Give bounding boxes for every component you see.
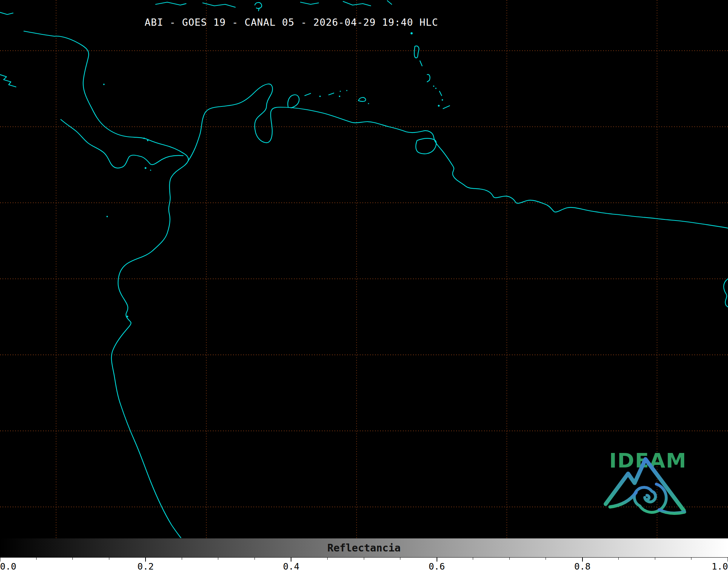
island-dot bbox=[340, 91, 341, 92]
image-title: ABI - GOES 19 - CANAL 05 - 2026-04-29 19… bbox=[144, 17, 438, 28]
colorbar-minor-tick bbox=[218, 558, 218, 560]
coast-fragment-top bbox=[387, 1, 392, 4]
colorbar-minor-tick bbox=[691, 558, 691, 560]
island-dot bbox=[368, 103, 369, 104]
island-antilles-1 bbox=[414, 46, 419, 58]
island-dot bbox=[150, 169, 151, 171]
coastline-paraguana bbox=[288, 95, 299, 108]
colorbar-axis: 0.00.20.40.60.81.0 bbox=[0, 558, 728, 571]
island-dot bbox=[147, 140, 148, 141]
coast-fragment-right-edge bbox=[724, 279, 728, 307]
coast-fragment-left-edge bbox=[0, 75, 16, 87]
coast-fragment-topleft bbox=[0, 12, 13, 14]
colorbar-minor-tick bbox=[72, 558, 73, 560]
coast-fragment-top bbox=[300, 2, 319, 4]
logo-base-right bbox=[659, 510, 685, 513]
island-bonaire bbox=[329, 93, 334, 95]
colorbar-tick-label: 1.0 bbox=[712, 561, 728, 571]
island-antilles-2 bbox=[420, 61, 422, 66]
colorbar-tick-label: 0.6 bbox=[429, 561, 445, 571]
colorbar-tick-label: 0.0 bbox=[0, 561, 16, 571]
island-dot bbox=[438, 105, 440, 107]
colorbar-minor-tick bbox=[400, 558, 400, 560]
coast-fragment-top bbox=[156, 2, 186, 5]
island-dot bbox=[143, 138, 145, 139]
island-tobago bbox=[443, 106, 450, 109]
satellite-image-figure: ABI - GOES 19 - CANAL 05 - 2026-04-29 19… bbox=[0, 0, 728, 571]
colorbar-minor-tick bbox=[618, 558, 619, 560]
colorbar-minor-tick bbox=[36, 558, 37, 560]
colorbar-minor-tick bbox=[364, 558, 364, 560]
colorbar-minor-tick bbox=[509, 558, 510, 560]
colorbar-tick-label: 0.8 bbox=[574, 561, 590, 571]
colorbar-tick-label: 0.2 bbox=[138, 561, 154, 571]
colorbar-minor-tick bbox=[327, 558, 328, 560]
ideam-logo: IDEAM bbox=[599, 453, 697, 537]
coast-fragment-top bbox=[203, 3, 235, 7]
island-dot bbox=[103, 84, 105, 85]
colorbar-label: Reflectancia bbox=[327, 542, 400, 554]
map-area: ABI - GOES 19 - CANAL 05 - 2026-04-29 19… bbox=[0, 0, 728, 538]
island-margarita bbox=[358, 97, 366, 101]
coast-fragment-top bbox=[343, 1, 371, 6]
island-dot bbox=[435, 88, 437, 89]
island-trinidad bbox=[416, 138, 436, 154]
island-dot bbox=[106, 216, 108, 217]
colorbar-minor-tick bbox=[254, 558, 255, 560]
colorbar-tick-label: 0.4 bbox=[283, 561, 299, 571]
colorbar-minor-tick bbox=[182, 558, 182, 560]
logo-swirl bbox=[634, 484, 666, 512]
coastline-caribbean-south-america bbox=[188, 84, 728, 228]
logo-mountain bbox=[606, 459, 684, 511]
island-dot bbox=[346, 90, 347, 91]
colorbar-minor-tick bbox=[473, 558, 473, 560]
island-dot bbox=[319, 96, 321, 97]
ideam-logo-graphic bbox=[599, 453, 697, 515]
colorbar-minor-tick bbox=[109, 558, 109, 560]
island-antilles-3 bbox=[427, 75, 430, 82]
island-dot bbox=[411, 32, 413, 34]
colorbar: Reflectancia bbox=[0, 538, 728, 558]
island-dot bbox=[433, 85, 434, 87]
coast-fragment-top bbox=[255, 3, 262, 11]
coastline-pacific-south-america bbox=[111, 161, 188, 538]
colorbar-minor-tick bbox=[546, 558, 546, 560]
island-dot bbox=[127, 316, 128, 317]
island-dot bbox=[339, 96, 340, 97]
island-antilles-4 bbox=[439, 91, 442, 96]
colorbar-minor-tick bbox=[655, 558, 655, 560]
island-dot bbox=[145, 167, 147, 169]
island-aruba bbox=[305, 93, 311, 96]
island-dot bbox=[442, 99, 443, 101]
